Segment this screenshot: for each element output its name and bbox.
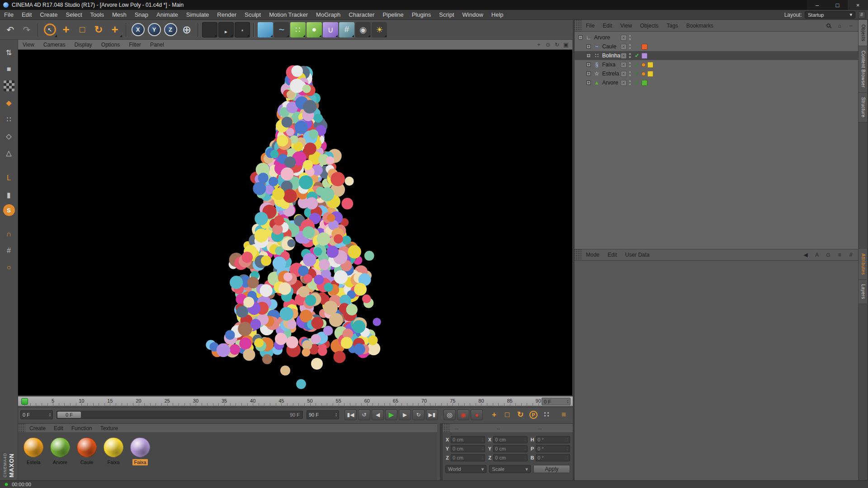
- dropdown-scale[interactable]: Scale▾: [489, 465, 530, 473]
- lock-icon[interactable]: ⊙: [825, 251, 832, 258]
- viewport-menu-options[interactable]: Options: [97, 42, 124, 48]
- object-row-faixa-3[interactable]: +§Faixa×✓: [575, 60, 858, 69]
- coord-field-y-0[interactable]: 0 cm▴▾: [451, 445, 485, 452]
- visibility-dots[interactable]: [629, 35, 631, 40]
- material-tag[interactable]: [642, 80, 647, 86]
- om-menu-file[interactable]: File: [582, 23, 599, 29]
- collapse-icon[interactable]: −: [847, 22, 854, 29]
- coord-field-x-1[interactable]: 0 cm▴▾: [493, 436, 528, 443]
- stepper-icon[interactable]: ▴▾: [567, 446, 568, 451]
- record-keyframe-button[interactable]: ◎: [443, 409, 456, 420]
- viewport-menu-filter[interactable]: Filter: [124, 42, 146, 48]
- menu-character[interactable]: Character: [344, 10, 378, 19]
- mograph-cloner-icon[interactable]: ∷: [290, 22, 306, 38]
- expander-icon[interactable]: +: [586, 62, 591, 67]
- expander-icon[interactable]: −: [578, 35, 583, 40]
- object-row-caule-1[interactable]: +~Caule×: [575, 42, 858, 51]
- rotate-tool-icon[interactable]: ↻: [91, 22, 106, 38]
- snap-enable-icon[interactable]: S: [3, 204, 15, 216]
- stepper-icon[interactable]: ▴▾: [335, 413, 337, 417]
- add-spline-icon[interactable]: ~: [274, 22, 289, 38]
- am-menu-edit[interactable]: Edit: [604, 252, 621, 258]
- viewport-canvas[interactable]: [18, 50, 571, 394]
- material-tag[interactable]: [647, 62, 653, 68]
- material-caule-2[interactable]: Caule: [75, 437, 99, 465]
- om-menu-tags[interactable]: Tags: [663, 23, 682, 29]
- menu-window[interactable]: Window: [458, 10, 487, 19]
- scale-tool-icon[interactable]: □: [75, 22, 90, 38]
- menu-mesh[interactable]: Mesh: [108, 10, 131, 19]
- expander-icon[interactable]: +: [586, 71, 591, 76]
- material-tag[interactable]: [642, 53, 647, 59]
- coord-field-z-0[interactable]: 0 cm▴▾: [451, 454, 485, 461]
- tag-icon[interactable]: [642, 72, 646, 76]
- snap-magnet-icon[interactable]: ∩: [2, 227, 16, 241]
- workplane-lock-icon[interactable]: #: [2, 244, 16, 258]
- object-row-arvore-0[interactable]: −∟Arvore×: [575, 33, 858, 42]
- material-menu-texture[interactable]: Texture: [96, 425, 122, 432]
- coord-field-y-1[interactable]: 0 cm▴▾: [493, 445, 528, 452]
- object-row-arvore-5[interactable]: +▲Arvore×✓: [575, 78, 858, 87]
- menu-mograph[interactable]: MoGraph: [312, 10, 344, 19]
- material-estela-0[interactable]: Estela: [22, 437, 45, 465]
- pan-view-icon[interactable]: +: [534, 41, 543, 49]
- om-menu-objects[interactable]: Objects: [636, 23, 663, 29]
- render-view-icon[interactable]: [202, 22, 217, 38]
- coord-field-z-1[interactable]: 0 cm▴▾: [493, 454, 528, 461]
- points-mode-icon[interactable]: ∷: [2, 112, 16, 127]
- om-menu-bookmarks[interactable]: Bookmarks: [682, 23, 717, 29]
- viewport[interactable]: [18, 50, 572, 395]
- play-forwards-button[interactable]: ▶: [385, 409, 397, 420]
- redo-icon[interactable]: ↷: [19, 22, 34, 38]
- lock-y-axis-icon[interactable]: Y: [146, 22, 162, 38]
- zoom-view-icon[interactable]: ⊙: [543, 41, 552, 49]
- end-frame-field[interactable]: 90 F ▴▾: [307, 410, 339, 419]
- lock-z-axis-icon[interactable]: Z: [163, 22, 178, 38]
- om-menu-view[interactable]: View: [616, 23, 636, 29]
- coord-field-h-2[interactable]: 0 °▴▾: [536, 436, 570, 443]
- simulate-icon[interactable]: ●: [307, 22, 322, 38]
- power-slider-thumb[interactable]: 0 F: [57, 412, 81, 418]
- expander-icon[interactable]: +: [586, 80, 591, 85]
- viewport-menu-view[interactable]: View: [18, 42, 39, 48]
- material-arvore-1[interactable]: Arvore: [48, 437, 72, 465]
- record-pla-button[interactable]: ∷: [541, 409, 552, 421]
- menu-sculpt[interactable]: Sculpt: [241, 10, 265, 19]
- material-faixa-4[interactable]: Faixa: [128, 437, 152, 465]
- stepper-icon[interactable]: ▴▾: [524, 455, 526, 460]
- render-picture-viewer-icon[interactable]: ▸: [218, 22, 234, 38]
- layout-select[interactable]: Startup ▾: [805, 11, 855, 19]
- current-frame-box[interactable]: 0 F ▴▾: [542, 398, 571, 405]
- editor-visibility-icon[interactable]: ×: [621, 71, 627, 77]
- dropdown-world[interactable]: World▾: [445, 465, 486, 473]
- grid-icon[interactable]: #: [847, 251, 854, 258]
- side-tab-objects[interactable]: Objects: [859, 20, 867, 46]
- text-icon[interactable]: A: [813, 251, 821, 258]
- object-row-estrela-4[interactable]: +☆Estrela×✓: [575, 69, 858, 78]
- panel-grip[interactable]: [443, 424, 450, 432]
- record-rotation-button[interactable]: ↻: [514, 409, 526, 421]
- add-cube-icon[interactable]: [258, 22, 273, 38]
- rotate-view-icon[interactable]: ↻: [552, 41, 561, 49]
- menu-create[interactable]: Create: [36, 10, 61, 19]
- menu-edit[interactable]: Edit: [18, 10, 36, 19]
- home-icon[interactable]: ⌂: [836, 22, 843, 29]
- om-menu-edit[interactable]: Edit: [599, 23, 616, 29]
- viewport-menu-panel[interactable]: Panel: [146, 42, 169, 48]
- power-slider[interactable]: 0 F 90 F: [57, 411, 303, 419]
- tag-icon[interactable]: [642, 63, 646, 67]
- last-used-tool-icon[interactable]: +: [107, 22, 123, 38]
- am-menu-mode[interactable]: Mode: [582, 252, 604, 258]
- visibility-dots[interactable]: [629, 44, 631, 49]
- menu-render[interactable]: Render: [213, 10, 241, 19]
- object-row-bolinhas-2[interactable]: +∷Bolinhas×✓: [575, 51, 858, 60]
- stepper-icon[interactable]: ▴▾: [482, 455, 483, 460]
- stepper-icon[interactable]: ▴▾: [567, 437, 568, 442]
- side-tab-attributes[interactable]: Attributes: [859, 249, 867, 280]
- menu-snap[interactable]: Snap: [131, 10, 152, 19]
- stepper-icon[interactable]: ▴▾: [524, 446, 526, 451]
- polygons-mode-icon[interactable]: △: [2, 145, 16, 160]
- stepper-icon[interactable]: ▴▾: [524, 437, 526, 442]
- menu-motion-tracker[interactable]: Motion Tracker: [265, 10, 312, 19]
- play-backwards-button[interactable]: ↺: [358, 409, 370, 420]
